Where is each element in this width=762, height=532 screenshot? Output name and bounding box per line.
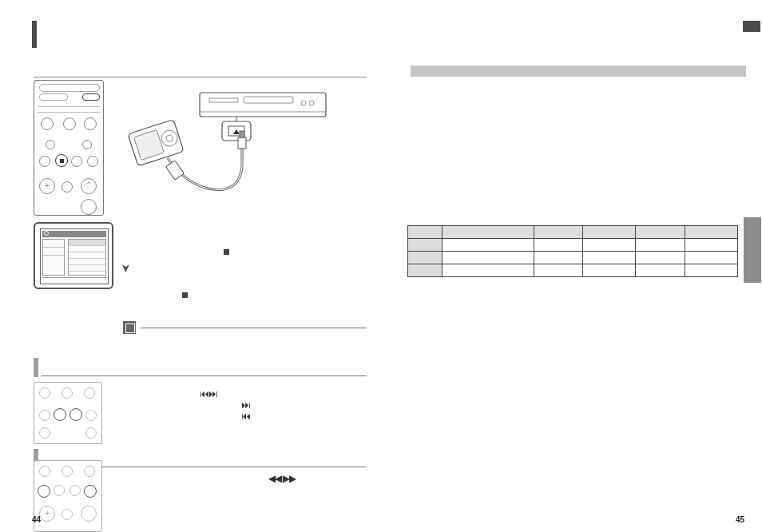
svg-rect-15 — [238, 137, 246, 149]
page-number-right: 45 — [736, 515, 744, 524]
table-header — [583, 226, 636, 239]
left-section-tab — [32, 21, 37, 48]
section-title-bar — [411, 66, 746, 77]
left-page: + ⌃ — [0, 0, 381, 532]
table-row-head — [408, 264, 443, 277]
right-section-tab — [743, 21, 760, 32]
remote-control-top: + ⌃ — [34, 80, 104, 216]
section-marker — [34, 358, 38, 377]
search-icons: ◀◀ ▶▶ — [268, 473, 296, 484]
skip-forward-icon: ⏭ — [241, 399, 250, 411]
svg-rect-14 — [166, 161, 185, 180]
table-header — [408, 226, 443, 239]
svg-rect-0 — [200, 93, 326, 117]
page-number-left: 44 — [32, 515, 41, 524]
right-page: 45 — [381, 0, 762, 532]
skip-back-icon: ⏮ — [241, 411, 250, 422]
connection-diagram — [120, 86, 335, 206]
remote-control-mid — [34, 382, 102, 444]
table-header — [685, 226, 738, 239]
cursor-arrow-icon: ➤ — [120, 264, 133, 273]
remote-control-bottom: + — [34, 460, 102, 532]
table-header — [636, 226, 685, 239]
skip-both-icons: ⏮⏭ — [200, 388, 217, 399]
stop-bullet-icon — [224, 249, 229, 255]
table-header — [534, 226, 583, 239]
osd-screen-preview — [34, 222, 113, 289]
table-row-head — [408, 252, 443, 264]
note-icon — [123, 321, 136, 334]
stop-bullet-icon — [182, 292, 188, 298]
table-header — [442, 226, 534, 239]
note-divider — [141, 328, 367, 329]
svg-rect-16 — [240, 131, 244, 137]
table-row — [408, 252, 738, 264]
section-divider — [34, 77, 367, 77]
section-divider — [42, 375, 367, 377]
table-row — [408, 239, 738, 252]
right-thumb-tab — [744, 217, 761, 283]
osd-header-icon — [44, 231, 49, 236]
table-row — [408, 264, 738, 277]
compatibility-table — [407, 225, 738, 277]
table-row-head — [408, 239, 443, 252]
